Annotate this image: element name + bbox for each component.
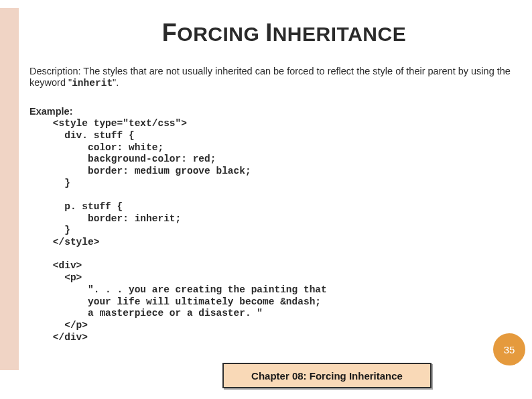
chapter-label: Chapter 08: Forcing Inheritance (222, 363, 431, 388)
example-block: Example: <style type="text/css"> div. st… (29, 105, 512, 343)
slide-title: FORCING INHERITANCE (56, 19, 512, 47)
slide-content: FORCING INHERITANCE Description: The sty… (29, 0, 512, 399)
description-suffix: ". (113, 77, 119, 88)
chapter-text: Chapter 08: Forcing Inheritance (251, 370, 403, 382)
example-label: Example: (29, 106, 72, 117)
page-number-badge: 35 (493, 333, 525, 365)
accent-bar (0, 8, 19, 370)
description-keyword: inherit (72, 78, 113, 89)
description-text: Description: The styles that are not usu… (29, 66, 512, 89)
page-number: 35 (504, 344, 515, 355)
example-code: <style type="text/css"> div. stuff { col… (29, 118, 512, 343)
